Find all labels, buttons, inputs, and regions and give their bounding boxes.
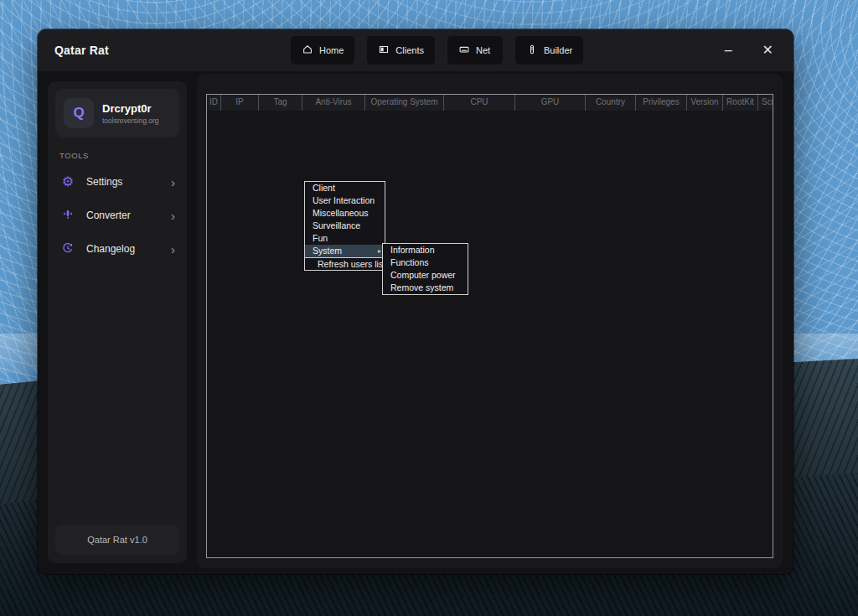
column-header-os[interactable]: Operating System <box>365 95 444 111</box>
tools-section-label: TOOLS <box>59 151 187 160</box>
sidebar-item-label: Converter <box>86 210 161 221</box>
sidebar-item-changelog[interactable]: Changelog › <box>49 232 185 266</box>
monitor-icon <box>378 44 390 57</box>
net-button[interactable]: Net <box>447 36 503 65</box>
clients-table: ID IP Tag Anti-Virus Operating System CP… <box>206 94 773 558</box>
profile-subtitle: toolsreversing.org <box>102 116 159 125</box>
column-header-screen[interactable]: Screen <box>758 95 773 111</box>
home-icon <box>302 44 313 57</box>
context-menu-item-surveillance[interactable]: Surveillance <box>305 220 385 232</box>
sidebar-item-settings[interactable]: ⚙ Settings › <box>49 165 185 199</box>
app-body: Q Drcrypt0r toolsreversing.org TOOLS ⚙ S… <box>38 71 793 574</box>
clients-button-label: Clients <box>395 45 424 55</box>
column-header-gpu[interactable]: GPU <box>515 95 586 111</box>
app-version-badge: Qatar Rat v1.0 <box>55 525 179 555</box>
minimize-button[interactable]: – <box>720 40 737 60</box>
net-button-label: Net <box>476 45 490 55</box>
app-title: Qatar Rat <box>54 44 109 57</box>
window-controls: – ✕ <box>720 29 778 71</box>
sidebar-item-label: Changelog <box>86 243 161 255</box>
builder-button[interactable]: Builder <box>515 36 583 65</box>
system-submenu: Information Functions Computer power Rem… <box>382 243 468 295</box>
column-header-country[interactable]: Country <box>586 95 636 111</box>
column-header-cpu[interactable]: CPU <box>444 95 515 111</box>
history-icon <box>59 241 76 257</box>
sidebar: Q Drcrypt0r toolsreversing.org TOOLS ⚙ S… <box>48 81 187 563</box>
column-header-ip[interactable]: IP <box>221 95 259 111</box>
context-menu-item-fun[interactable]: Fun <box>305 232 385 245</box>
submenu-item-remove-system[interactable]: Remove system <box>383 282 468 294</box>
sidebar-item-converter[interactable]: Converter › <box>49 199 185 232</box>
home-button[interactable]: Home <box>291 36 354 65</box>
column-header-rootkit[interactable]: RootKit <box>723 95 758 111</box>
profile-info: Drcrypt0r toolsreversing.org <box>102 102 159 125</box>
profile-card: Q Drcrypt0r toolsreversing.org <box>55 89 179 137</box>
context-menu-item-system-label: System <box>313 245 378 257</box>
submenu-item-computer-power[interactable]: Computer power <box>383 269 468 282</box>
builder-icon <box>526 44 538 57</box>
clients-button[interactable]: Clients <box>367 36 435 65</box>
profile-name: Drcrypt0r <box>102 102 159 115</box>
home-button-label: Home <box>319 45 344 55</box>
avatar: Q <box>64 98 94 128</box>
column-header-id[interactable]: ID <box>207 95 221 111</box>
chevron-right-icon: › <box>171 176 175 189</box>
table-header: ID IP Tag Anti-Virus Operating System CP… <box>207 95 773 111</box>
context-menu: Client User Interaction Miscellaneous Su… <box>304 181 385 271</box>
network-icon <box>458 44 470 57</box>
submenu-item-functions[interactable]: Functions <box>383 256 468 269</box>
context-menu-item-system[interactable]: System ▸ <box>305 245 385 257</box>
column-header-antivirus[interactable]: Anti-Virus <box>302 95 365 111</box>
gear-icon: ⚙ <box>59 175 76 189</box>
builder-button-label: Builder <box>544 45 572 55</box>
chevron-right-icon: › <box>171 210 175 222</box>
app-window: Qatar Rat Home Clients Net <box>38 29 793 574</box>
submenu-item-information[interactable]: Information <box>383 244 468 256</box>
clients-panel: ID IP Tag Anti-Virus Operating System CP… <box>197 74 783 568</box>
column-header-tag[interactable]: Tag <box>259 95 302 111</box>
context-menu-item-miscellaneous[interactable]: Miscellaneous <box>305 207 385 220</box>
column-header-privileges[interactable]: Privileges <box>636 95 687 111</box>
title-bar: Qatar Rat Home Clients Net <box>38 29 793 71</box>
context-menu-item-client[interactable]: Client <box>305 182 385 194</box>
converter-icon <box>59 208 76 224</box>
context-menu-item-user-interaction[interactable]: User Interaction <box>305 194 385 207</box>
sidebar-item-label: Settings <box>86 176 161 188</box>
context-menu-item-refresh-users[interactable]: Refresh users list <box>305 257 385 270</box>
close-button[interactable]: ✕ <box>757 40 778 60</box>
chevron-right-icon: › <box>171 243 175 256</box>
column-header-version[interactable]: Version <box>687 95 723 111</box>
top-navigation: Home Clients Net Builder <box>291 36 583 65</box>
